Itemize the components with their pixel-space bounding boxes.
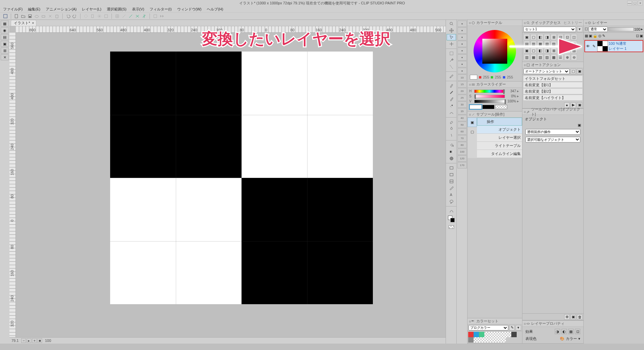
color-swatch[interactable]: [501, 332, 506, 337]
lock-alpha-icon[interactable]: ▦: [585, 34, 588, 38]
lock-pos-icon[interactable]: ▣: [589, 34, 592, 38]
item-bank-button[interactable]: ▤: [1, 34, 9, 40]
cut-button[interactable]: [47, 13, 54, 19]
brush-7[interactable]: ●: [457, 61, 467, 67]
menu-selection[interactable]: 選択範囲(S): [106, 6, 128, 12]
liquify-tool[interactable]: [447, 132, 456, 139]
brush-170[interactable]: 170: [457, 162, 467, 168]
airbrush-tool[interactable]: [447, 103, 456, 109]
brush-tool[interactable]: [447, 96, 456, 102]
marquee-tool[interactable]: [447, 50, 456, 57]
color-swatch[interactable]: [474, 332, 479, 337]
effect-btn[interactable]: ◑: [555, 329, 560, 334]
v-slider[interactable]: [474, 100, 505, 103]
minimize-button[interactable]: —: [627, 1, 632, 5]
maximize-button[interactable]: □: [633, 1, 637, 5]
color-swatch[interactable]: [468, 332, 474, 337]
edit-target-icon[interactable]: ✎: [591, 43, 597, 49]
subtool-object[interactable]: オブジェクト: [477, 126, 522, 134]
delete-button[interactable]: [54, 13, 60, 19]
document-tab[interactable]: イラスト* ×: [11, 20, 36, 26]
subtool-layer-select[interactable]: レイヤー選択: [477, 134, 522, 142]
menu-edit[interactable]: 編集(E): [27, 6, 41, 12]
blend-mode-select[interactable]: 通常: [589, 27, 608, 32]
canvas-viewport[interactable]: [16, 33, 446, 337]
color-swatch[interactable]: [495, 337, 501, 343]
menu-window[interactable]: ウィンドウ(W): [176, 6, 203, 12]
zoom-in-button[interactable]: +: [32, 338, 37, 343]
color-swatch[interactable]: [484, 332, 490, 337]
select-pen-tool[interactable]: [447, 64, 456, 70]
layer-panel-header[interactable]: ≡ レイヤー: [584, 20, 644, 26]
s-slider[interactable]: [474, 95, 505, 98]
contour-tool[interactable]: [447, 155, 456, 162]
brush-25[interactable]: 25: [457, 95, 467, 101]
close-rail-button[interactable]: ✕: [1, 54, 9, 60]
color-swatch[interactable]: [474, 337, 479, 343]
brush-30[interactable]: 30: [457, 101, 467, 108]
lock-pixel-icon[interactable]: 🔒: [593, 34, 598, 38]
navigator-button[interactable]: ◉: [1, 27, 9, 33]
colors-indicator[interactable]: [447, 215, 456, 223]
qa-set-select[interactable]: セット1: [523, 27, 576, 32]
layerprop-header[interactable]: ≡ レイヤープロパティ: [522, 321, 583, 327]
color-swatch[interactable]: [479, 337, 484, 343]
color-swatch[interactable]: [511, 332, 517, 337]
scale-button[interactable]: [103, 13, 109, 19]
autoaction-item[interactable]: イラストフォルダセット: [523, 75, 583, 82]
snap-perspective-button[interactable]: [134, 13, 141, 19]
zoom-out-button[interactable]: −: [21, 338, 26, 343]
ruler-tool[interactable]: [447, 185, 456, 191]
menu-help[interactable]: ヘルプ(H): [206, 6, 224, 12]
tab-close-icon[interactable]: ×: [32, 21, 34, 25]
history-tab[interactable]: ヒストリー: [564, 20, 582, 25]
open-button[interactable]: [20, 13, 27, 19]
brush-2[interactable]: ●: [457, 27, 467, 34]
colorset-menu-icon[interactable]: ▾: [516, 325, 521, 330]
correct-line-tool[interactable]: [447, 208, 456, 214]
brush-35[interactable]: 35: [457, 108, 467, 115]
wand-tool[interactable]: [447, 57, 456, 63]
brush-15[interactable]: 15: [457, 81, 467, 88]
autoaction-header[interactable]: ≡ オートアクション: [522, 62, 583, 68]
expr-dropdown[interactable]: ▾: [578, 337, 580, 341]
toolprop-header[interactable]: ≡ ツールプロパティ[オブジェクト]: [522, 109, 583, 115]
toolprop-del-icon[interactable]: 🗑: [577, 314, 582, 320]
snap-ruler-button[interactable]: [121, 13, 127, 19]
menu-file[interactable]: ファイル(F): [2, 6, 24, 12]
new-button[interactable]: [13, 13, 20, 19]
draft-icon[interactable]: ✎: [602, 34, 605, 38]
fg-swatch[interactable]: [470, 105, 482, 109]
eyedropper-tool[interactable]: [447, 73, 456, 79]
snap-grid-button[interactable]: [114, 13, 121, 19]
brush-40[interactable]: 40: [457, 115, 467, 121]
text-tool[interactable]: A: [447, 192, 456, 198]
assist-download-button[interactable]: [152, 13, 159, 19]
selectable-obj-select[interactable]: 選択可能なオブジェクト: [525, 137, 580, 142]
effect-btn[interactable]: ⊡: [575, 329, 580, 334]
layer-move-tool[interactable]: [447, 41, 456, 47]
brush-1[interactable]: ●: [457, 21, 467, 27]
brush-4[interactable]: ●: [457, 41, 467, 47]
undo-button[interactable]: [65, 13, 71, 19]
brush-100[interactable]: 100: [457, 149, 467, 155]
toolprop-save-icon[interactable]: ▣: [571, 314, 576, 320]
operation-tool[interactable]: [447, 34, 456, 40]
brush-3[interactable]: ●: [457, 34, 467, 40]
color-slider-header[interactable]: ≡ カラースライダー: [468, 82, 522, 88]
brush-80[interactable]: 80: [457, 142, 467, 148]
toolprop-add-icon[interactable]: ⊕: [564, 314, 570, 320]
colorset-edit-icon[interactable]: ✎: [509, 325, 515, 330]
eraser-tool[interactable]: [447, 119, 456, 125]
brush-70[interactable]: 70: [457, 135, 467, 141]
color-circle-header[interactable]: ≡ カラーサークル: [468, 20, 522, 26]
fg-bg-swatch[interactable]: [470, 75, 477, 79]
print-button[interactable]: [40, 13, 47, 19]
visibility-icon[interactable]: 👁: [585, 43, 590, 49]
autoaction-add-icon[interactable]: ▢: [571, 69, 576, 74]
subtool-timeline[interactable]: タイムライン編集: [477, 150, 522, 158]
color-square[interactable]: [482, 39, 507, 64]
qa-menu-icon[interactable]: ▾: [577, 27, 582, 32]
bg-swatch[interactable]: [482, 105, 494, 109]
zoom-slider-button[interactable]: ▸: [27, 338, 31, 343]
